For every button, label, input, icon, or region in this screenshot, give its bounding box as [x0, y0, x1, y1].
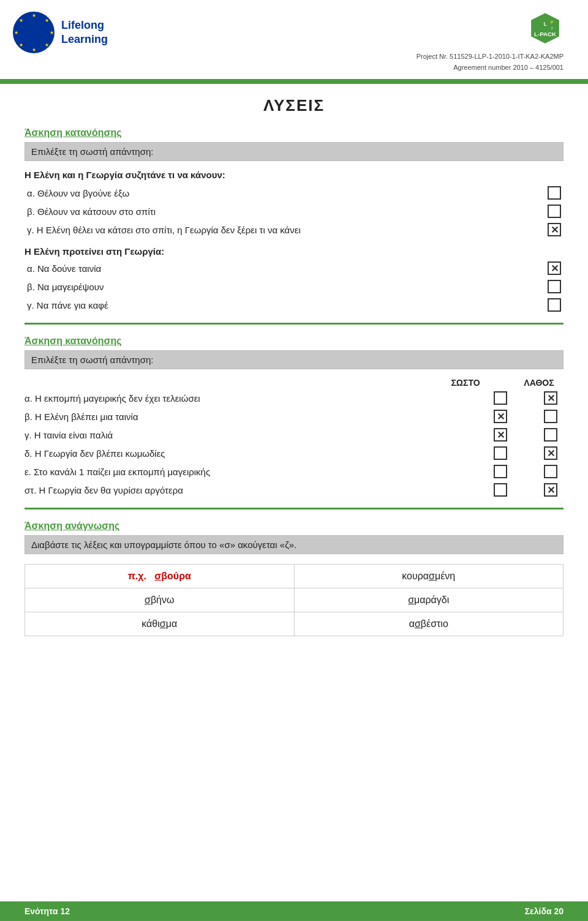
checkbox-a-correct[interactable] — [494, 391, 507, 405]
checkbox-d-wrong[interactable] — [544, 446, 557, 460]
checkbox-c1[interactable] — [548, 223, 561, 236]
divider2 — [24, 508, 564, 509]
svg-text:★: ★ — [19, 42, 23, 48]
checkbox-e-correct[interactable] — [494, 465, 507, 478]
header: ★ ★ ★ ★ ★ ★ ★ ★ Lifelong Learning — [0, 0, 588, 81]
table-row-e: ε. Στο κανάλι 1 παίζει μια εκπομπή μαγει… — [24, 465, 564, 478]
table-row-st: στ. Η Γεωργία δεν θα γυρίσει αργότερα — [24, 483, 564, 497]
checkbox-a-wrong[interactable] — [544, 391, 557, 405]
page-wrapper: ★ ★ ★ ★ ★ ★ ★ ★ Lifelong Learning — [0, 0, 588, 921]
section1-instruction: Επιλέξτε τη σωστή απάντηση: — [24, 142, 564, 161]
footer: Ενότητα 12 Σελίδα 20 — [0, 901, 588, 921]
answer-row-a2: α. Να δούνε ταινία — [24, 261, 564, 275]
answer-row-c1: γ. Η Ελένη θέλει να κάτσει στο σπίτι, η … — [24, 223, 564, 236]
checkbox-e-wrong[interactable] — [544, 465, 557, 478]
page-title: ΛΥΣΕΙΣ — [24, 96, 564, 115]
word-row-1: π.χ. σβούρα κουρασμένη — [25, 565, 564, 588]
checkbox-b-correct[interactable] — [494, 410, 507, 423]
section3: Άσκηση ανάγνωσης Διαβάστε τις λέξεις και… — [24, 521, 564, 636]
checkbox-c-wrong[interactable] — [544, 428, 557, 442]
row-checkboxes-b — [494, 410, 564, 423]
row-checkboxes-e — [494, 465, 564, 478]
svg-text:★: ★ — [50, 30, 54, 36]
row-label-d: δ. Η Γεωργία δεν βλέπει κωμωδίες — [24, 448, 494, 459]
answer-row-a1: α. Θέλουν να βγούνε έξω — [24, 186, 564, 200]
col-correct-header: ΣΩΣΤΟ — [447, 378, 484, 388]
answer-label-b1: β. Θέλουν να κάτσουν στο σπίτι — [27, 206, 156, 217]
answer-row-b1: β. Θέλουν να κάτσουν στο σπίτι — [24, 205, 564, 218]
question2-text: Η Ελένη προτείνει στη Γεωργία: — [24, 246, 564, 257]
footer-left: Ενότητα 12 — [24, 906, 70, 916]
checkbox-b2[interactable] — [548, 280, 561, 293]
checkbox-a1[interactable] — [548, 186, 561, 200]
svg-text:★: ★ — [45, 42, 49, 48]
row-checkboxes-a — [494, 391, 564, 405]
word-cell-1-2: κουρασμένη — [294, 565, 564, 588]
svg-text:★: ★ — [32, 47, 36, 53]
divider1 — [24, 323, 564, 325]
row-label-b: β. Η Ελένη βλέπει μια ταινία — [24, 412, 494, 422]
answer-row-c2: γ. Να πάνε για καφέ — [24, 298, 564, 312]
answer-label-c2: γ. Να πάνε για καφέ — [27, 300, 108, 310]
section2-instruction: Επιλέξτε τη σωστή απάντηση: — [24, 350, 564, 369]
answer-label-a1: α. Θέλουν να βγούνε έξω — [27, 188, 129, 198]
table-row-d: δ. Η Γεωργία δεν βλέπει κωμωδίες — [24, 446, 564, 460]
word-cell-2-2: σμαράγδι — [294, 588, 564, 612]
eu-logo-icon: ★ ★ ★ ★ ★ ★ ★ ★ — [12, 11, 55, 54]
logo-left: ★ ★ ★ ★ ★ ★ ★ ★ Lifelong Learning — [12, 11, 108, 54]
word-cell-1-1: π.χ. σβούρα — [25, 565, 295, 588]
svg-text:★: ★ — [14, 30, 18, 36]
word-sigma-kourasmeni: σ — [429, 571, 435, 581]
answer-label-b2: β. Να μαγειρέψουν — [27, 282, 104, 292]
checkbox-st-wrong[interactable] — [544, 483, 557, 497]
section3-heading: Άσκηση ανάγνωσης — [24, 521, 564, 532]
section2-heading: Άσκηση κατανόησης — [24, 336, 564, 347]
content-area: ΛΥΣΕΙΣ Άσκηση κατανόησης Επιλέξτε τη σωσ… — [0, 84, 588, 901]
svg-text:P: P — [551, 20, 554, 24]
svg-text:L: L — [543, 21, 546, 27]
row-label-a: α. Η εκπομπή μαγειρικής δεν έχει τελειώσ… — [24, 393, 494, 404]
checkbox-st-correct[interactable] — [494, 483, 507, 497]
svg-marker-9 — [532, 13, 559, 43]
row-checkboxes-st — [494, 483, 564, 497]
section3-instruction: Διαβάστε τις λέξεις και υπογραμμίστε όπο… — [24, 535, 564, 554]
table-row-b: β. Η Ελένη βλέπει μια ταινία — [24, 410, 564, 423]
checkbox-b1[interactable] — [548, 205, 561, 218]
section1-heading: Άσκηση κατανόησης — [24, 127, 564, 138]
lifelong-learning-text: Lifelong Learning — [61, 18, 108, 47]
word-cell-3-2: ασβέστιο — [294, 612, 564, 636]
example-label: π.χ. — [128, 571, 146, 581]
answer-label-a2: α. Να δούνε ταινία — [27, 263, 101, 274]
row-label-c: γ. Η ταινία είναι παλιά — [24, 430, 494, 440]
svg-text:★: ★ — [19, 18, 23, 23]
table-row-c: γ. Η ταινία είναι παλιά — [24, 428, 564, 442]
word-sbvoura: σ — [154, 571, 161, 581]
word-sigma-svino: σ — [145, 595, 151, 605]
checkbox-b-wrong[interactable] — [544, 410, 557, 423]
word-table: π.χ. σβούρα κουρασμένη σβήνω — [24, 564, 564, 636]
section1-question: Η Ελένη και η Γεωργία συζητάνε τι να κάν… — [24, 170, 564, 180]
checkbox-c-correct[interactable] — [494, 428, 507, 442]
row-label-e: ε. Στο κανάλι 1 παίζει μια εκπομπή μαγει… — [24, 467, 494, 477]
project-info: Project Nr. 511529-LLP-1-2010-1-IT-KA2-K… — [417, 51, 564, 73]
word-row-2: σβήνω σμαράγδι — [25, 588, 564, 612]
word-sigma-asvestio: σ — [415, 618, 421, 629]
checkbox-c2[interactable] — [548, 298, 561, 312]
row-checkboxes-c — [494, 428, 564, 442]
table-row-a: α. Η εκπομπή μαγειρικής δεν έχει τελειώσ… — [24, 391, 564, 405]
answer-row-b2: β. Να μαγειρέψουν — [24, 280, 564, 293]
col-headers: ΣΩΣΤΟ ΛΑΘΟΣ — [24, 378, 564, 388]
checkbox-a2[interactable] — [548, 261, 561, 275]
answer-label-c1: γ. Η Ελένη θέλει να κάτσει στο σπίτι, η … — [27, 225, 301, 235]
svg-text:2: 2 — [551, 26, 553, 30]
lpack-logo: L P 2 L-PACK — [527, 11, 564, 48]
word-row-3: κάθισμα ασβέστιο — [25, 612, 564, 636]
checkbox-d-correct[interactable] — [494, 446, 507, 460]
logo-right: L P 2 L-PACK Project Nr. 511529-LLP-1-20… — [417, 11, 564, 73]
word-cell-2-1: σβήνω — [25, 588, 295, 612]
col-wrong-header: ΛΑΘΟΣ — [521, 378, 557, 388]
section1: Άσκηση κατανόησης Επιλέξτε τη σωστή απάν… — [24, 127, 564, 312]
svg-text:L-PACK: L-PACK — [534, 31, 556, 37]
footer-right: Σελίδα 20 — [525, 906, 564, 916]
word-sigma-smaragdi: σ — [408, 595, 414, 605]
